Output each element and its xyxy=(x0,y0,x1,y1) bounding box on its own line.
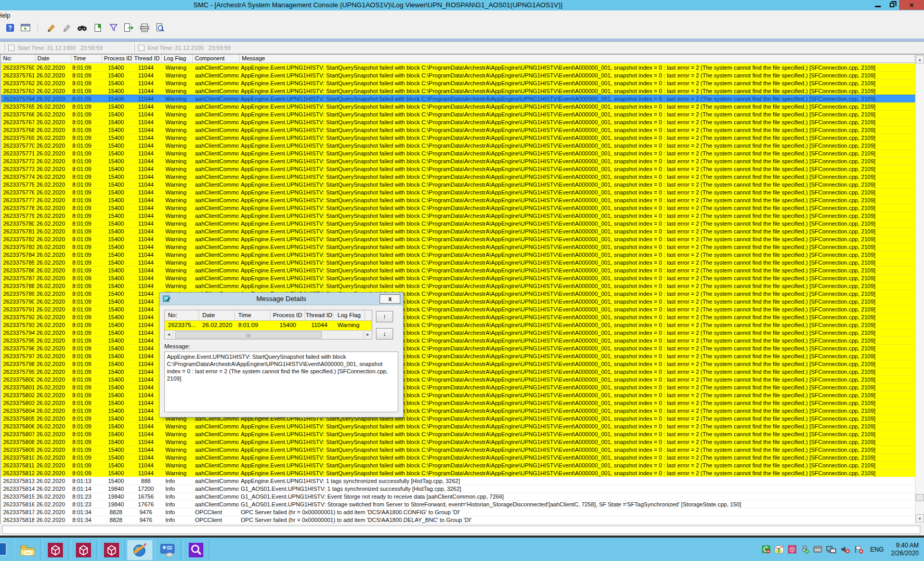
vmware-tools-icon[interactable]: vm xyxy=(813,545,823,554)
table-row[interactable]: 262337581426.02.20208:01:141984017200Inf… xyxy=(1,485,916,492)
dialog-column-threadid[interactable]: Thread ID xyxy=(305,310,333,320)
table-row[interactable]: 262337578126.02.20208:01:091540011044War… xyxy=(1,227,916,235)
action-center-icon[interactable] xyxy=(854,545,864,554)
column-header-component[interactable]: Component xyxy=(193,55,240,62)
taskbar-clock[interactable]: 9:40 AM 2/26/2020 xyxy=(891,542,919,557)
table-row[interactable]: 262337577326.02.20208:01:091540011044War… xyxy=(1,165,916,173)
table-row[interactable]: 262337577726.02.20208:01:091540011044War… xyxy=(1,196,916,204)
table-row[interactable]: 262337580326.02.20208:01:091540011044War… xyxy=(1,399,916,407)
table-row[interactable]: 262337579426.02.20208:01:091540011044War… xyxy=(1,329,916,336)
help-icon[interactable]: ? xyxy=(3,22,17,33)
console-window-icon[interactable] xyxy=(19,22,32,33)
table-row[interactable]: 262337580426.02.20208:01:091540011044War… xyxy=(1,407,916,414)
dialog-column-no[interactable]: No: xyxy=(165,310,199,320)
column-header-logflag[interactable]: Log Flag xyxy=(162,55,193,62)
table-row[interactable]: 262337581026.02.20208:01:091540011044War… xyxy=(1,453,916,461)
table-row[interactable]: 262337579626.02.20208:01:091540011044War… xyxy=(1,344,916,352)
table-row[interactable]: 262337576626.02.20208:01:091540011044War… xyxy=(1,110,916,118)
table-row[interactable]: 262337580526.02.20208:01:091540011044War… xyxy=(1,414,916,422)
network-icon[interactable] xyxy=(826,545,837,554)
taskbar-button-archestra-smc-3[interactable] xyxy=(99,540,125,560)
dialog-message-text[interactable]: AppEngine.Event.UPNG1HISTV: StartQuerySn… xyxy=(164,351,398,412)
dialog-horizontal-scrollbar[interactable]: ◄ ||| ► xyxy=(165,330,372,339)
scroll-up-icon[interactable]: ▲ xyxy=(916,55,924,63)
close-button[interactable]: × xyxy=(899,0,924,10)
table-row[interactable]: 262337577826.02.20208:01:091540011044War… xyxy=(1,204,916,212)
table-row[interactable]: 262337581726.02.20208:01:3488289476InfoO… xyxy=(1,508,916,516)
table-row[interactable]: 262337576826.02.20208:01:091540011044War… xyxy=(1,126,916,134)
taskbar-button-archestra-ide[interactable] xyxy=(127,540,153,560)
table-row[interactable]: 262337578326.02.20208:01:091540011044War… xyxy=(1,243,916,251)
powershell-taskbar-icon[interactable] xyxy=(0,542,7,558)
mark-message-icon[interactable] xyxy=(44,22,58,33)
table-row[interactable]: 262337576026.02.20208:01:091540011044War… xyxy=(1,63,916,71)
table-row[interactable]: 262337577626.02.20208:01:091540011044War… xyxy=(1,188,916,196)
taskbar-button-system-management[interactable] xyxy=(155,540,181,560)
usb-safe-remove-icon[interactable] xyxy=(800,545,810,554)
unmark-message-icon[interactable] xyxy=(60,22,73,33)
table-row[interactable]: 262337578626.02.20208:01:091540011044War… xyxy=(1,266,916,274)
volume-muted-icon[interactable] xyxy=(840,545,850,554)
table-row[interactable]: 262337580726.02.20208:01:091540011044War… xyxy=(1,430,916,438)
table-row[interactable]: 262337577126.02.20208:01:091540011044War… xyxy=(1,149,916,157)
column-header-processid[interactable]: Process ID xyxy=(102,55,132,62)
table-row[interactable]: 262337577226.02.20208:01:091540011044War… xyxy=(1,157,916,165)
scroll-right-icon[interactable]: ► xyxy=(363,331,372,338)
scroll-down-icon[interactable]: ▼ xyxy=(916,514,924,523)
dialog-scrollbar-thumb[interactable]: ||| xyxy=(175,331,322,338)
table-row[interactable]: 262337576326.02.20208:01:091540011044War… xyxy=(1,87,916,95)
filter-icon[interactable] xyxy=(107,22,120,33)
gripper-handle[interactable] xyxy=(3,44,5,52)
table-row[interactable]: 262337581626.02.20208:01:231984017676Inf… xyxy=(1,500,916,508)
end-time-checkbox[interactable] xyxy=(138,45,145,51)
table-row[interactable]: 262337580126.02.20208:01:091540011044War… xyxy=(1,383,916,391)
dialog-close-button[interactable]: x xyxy=(380,294,400,304)
taskbar-button-archestra-smc-1[interactable] xyxy=(43,540,69,560)
taskbar-button-search-app[interactable] xyxy=(183,540,209,560)
trend-icon[interactable] xyxy=(775,545,784,554)
table-row[interactable]: 262337581126.02.20208:01:091540011044War… xyxy=(1,461,916,469)
table-row[interactable]: 262337579226.02.20208:01:091540011044War… xyxy=(1,313,916,321)
table-row[interactable]: 262337579326.02.20208:01:091540011044War… xyxy=(1,321,916,329)
dialog-selected-row[interactable]: 2623375... 26.02.2020 8:01:09 15400 1104… xyxy=(165,321,372,330)
table-row[interactable]: 262337577426.02.20208:01:091540011044War… xyxy=(1,173,916,180)
scrollbar-thumb[interactable] xyxy=(916,494,924,501)
table-row[interactable]: 262337577026.02.20208:01:091540011044War… xyxy=(1,141,916,149)
table-row[interactable]: 262337576126.02.20208:01:091540011044War… xyxy=(1,71,916,79)
archestra-tray-icon[interactable] xyxy=(788,545,797,554)
table-row[interactable]: 262337579526.02.20208:01:091540011044War… xyxy=(1,336,916,344)
table-row[interactable]: 262337578726.02.20208:01:091540011044War… xyxy=(1,274,916,282)
table-row[interactable]: 262337576526.02.20208:01:091540011044War… xyxy=(1,102,916,110)
print-preview-icon[interactable] xyxy=(153,22,167,33)
find-icon[interactable] xyxy=(75,22,89,33)
table-row[interactable]: 262337576726.02.20208:01:091540011044War… xyxy=(1,118,916,126)
table-row[interactable]: 262337579026.02.20208:01:091540011044War… xyxy=(1,297,916,305)
vertical-scrollbar[interactable]: ▲ ▼ xyxy=(915,55,924,524)
next-message-button[interactable]: ↓ xyxy=(376,328,393,340)
column-header-time[interactable]: Time xyxy=(71,55,102,62)
table-row[interactable]: 262337578526.02.20208:01:091540011044War… xyxy=(1,258,916,266)
export-icon[interactable] xyxy=(122,22,136,33)
taskbar-button-file-explorer[interactable] xyxy=(15,540,41,560)
table-row[interactable]: 262337578226.02.20208:01:091540011044War… xyxy=(1,235,916,243)
table-row[interactable]: 262337581526.02.20208:01:231984016756Inf… xyxy=(1,492,916,500)
table-row[interactable]: 262337580026.02.20208:01:091540011044War… xyxy=(1,375,916,383)
restore-button[interactable] xyxy=(885,0,899,10)
dialog-column-logflag[interactable]: Log Flag xyxy=(333,310,365,320)
language-indicator[interactable]: ENG xyxy=(870,546,884,553)
dialog-column-date[interactable]: Date xyxy=(199,310,235,320)
previous-message-button[interactable]: ↑ xyxy=(376,311,393,322)
column-header-date[interactable]: Date xyxy=(35,55,71,62)
table-row[interactable]: 262337580926.02.20208:01:091540011044War… xyxy=(1,446,916,453)
table-row[interactable]: 262337576926.02.20208:01:091540011044War… xyxy=(1,134,916,141)
table-row[interactable]: 262337579726.02.20208:01:091540011044War… xyxy=(1,352,916,360)
table-row[interactable]: 262337581826.02.20208:01:3488289476InfoO… xyxy=(1,516,916,524)
table-row[interactable]: 262337578026.02.20208:01:091540011044War… xyxy=(1,219,916,227)
table-row[interactable]: 262337577526.02.20208:01:091540011044War… xyxy=(1,180,916,188)
column-header-message[interactable]: Message xyxy=(240,55,915,62)
table-row[interactable]: 262337578826.02.20208:01:091540011044War… xyxy=(1,282,916,290)
print-icon[interactable] xyxy=(138,22,151,33)
column-header-no[interactable]: No: xyxy=(1,55,35,62)
table-row[interactable]: 262337579926.02.20208:01:091540011044War… xyxy=(1,368,916,375)
table-row[interactable]: 262337576426.02.20208:01:091540011044War… xyxy=(1,95,916,102)
